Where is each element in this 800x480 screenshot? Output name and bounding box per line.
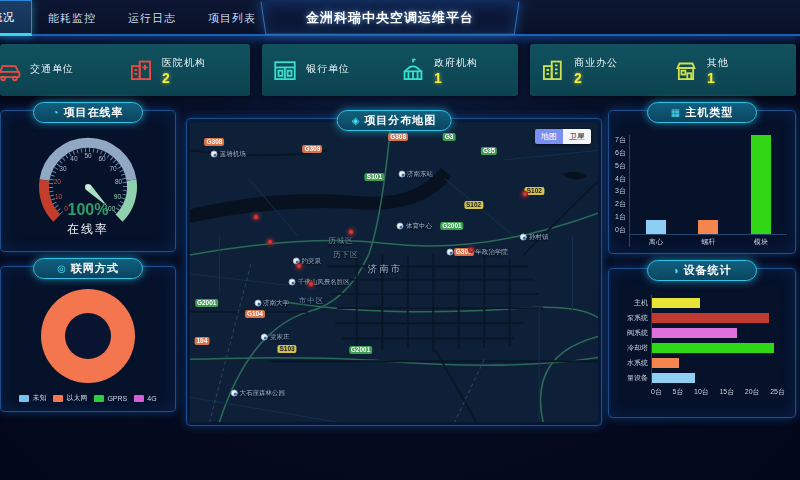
yaxis-tick-label: 3台: [615, 186, 626, 196]
nav-tab-overview[interactable]: 概况: [0, 0, 32, 36]
nav-tab-runlog[interactable]: 运行日志: [112, 0, 192, 36]
bar-track: [651, 355, 785, 370]
bar-泵系统[interactable]: [652, 313, 769, 323]
device-category-label: 泵系统: [615, 313, 651, 323]
app-title-box: 金洲科瑞中央空调运维平台: [261, 2, 520, 35]
xaxis-category-label: 模块: [735, 235, 787, 247]
bar-area: [630, 135, 682, 235]
map-poi[interactable]: 大石崖森林公园: [230, 388, 285, 397]
stat-other: 其他 1: [663, 44, 796, 96]
host-type-yaxis: 7台6台5台4台3台2台1台0台: [615, 135, 629, 247]
gauge-tick-label: 30: [59, 165, 67, 172]
bar-column: 模块: [735, 135, 787, 247]
bar-track: [651, 340, 785, 355]
network-donut-chart[interactable]: [41, 289, 135, 383]
map-poi[interactable]: 遥墙机场: [211, 150, 246, 159]
stat-value: 1: [707, 72, 729, 84]
device-row: 量设备: [615, 370, 785, 385]
district-label: 市中区: [299, 296, 325, 306]
gauge-icon: ◔: [52, 107, 59, 118]
bar-column: 螺杆: [682, 135, 734, 247]
project-marker[interactable]: [522, 191, 528, 197]
poi-label: 趵突泉: [301, 256, 321, 265]
stat-card-transport-hospital: 交通单位 医院机构 2: [0, 44, 250, 96]
poi-label: 千佛山风景名胜区: [298, 277, 350, 286]
stat-label: 医院机构: [162, 56, 206, 70]
poi-icon: [211, 151, 218, 158]
online-rate-value: 100%: [68, 201, 109, 218]
gauge-tick-label: 70: [109, 165, 117, 172]
project-marker[interactable]: [253, 214, 259, 220]
poi-icon: [261, 333, 268, 340]
legend-item[interactable]: 4G: [134, 393, 156, 403]
project-marker[interactable]: [348, 229, 354, 235]
nav-tab-energy[interactable]: 能耗监控: [32, 0, 112, 36]
bar-水系统[interactable]: [652, 358, 679, 368]
legend-item[interactable]: GPRS: [94, 393, 127, 403]
bar-冷却塔[interactable]: [652, 343, 774, 353]
legend-label: 4G: [147, 395, 156, 402]
district-label: 历下区: [333, 250, 359, 260]
map-poi[interactable]: 济南东站: [398, 170, 433, 179]
poi-label: 济南东站: [407, 170, 433, 179]
map-view-button[interactable]: 地图: [535, 129, 563, 144]
legend-item[interactable]: 未知: [19, 393, 46, 403]
bar-area: [735, 135, 787, 235]
map-poi[interactable]: 孙村镇: [520, 232, 549, 241]
legend-label: 以太网: [66, 393, 87, 403]
panel-title: 主机类型: [685, 106, 733, 118]
device-row: 主机: [615, 295, 785, 310]
device-row: 水系统: [615, 355, 785, 370]
top-navbar: 概况 能耗监控 运行日志 项目列表 视频监控 金洲科瑞中央空调运维平台: [0, 0, 800, 36]
legend-label: GPRS: [107, 395, 127, 402]
satellite-view-button[interactable]: 卫星: [563, 129, 591, 144]
bar-量设备[interactable]: [652, 373, 695, 383]
project-marker[interactable]: [468, 247, 474, 253]
bar-螺杆[interactable]: [698, 220, 718, 234]
device-category-label: 量设备: [615, 373, 651, 383]
legend-item[interactable]: 以太网: [53, 393, 87, 403]
panel-network-header: ◎联网方式: [33, 258, 143, 279]
road-shield: S103: [278, 345, 297, 353]
device-category-label: 冷却塔: [615, 343, 651, 353]
poi-icon: [398, 171, 405, 178]
map-poi[interactable]: 体育中心: [397, 221, 432, 230]
map-icon: ◈: [352, 115, 361, 126]
nav-tab-projects[interactable]: 项目列表: [192, 0, 272, 36]
project-marker[interactable]: [267, 239, 273, 245]
project-marker[interactable]: [308, 281, 314, 287]
yaxis-tick-label: 6台: [615, 148, 626, 158]
stat-label: 政府机构: [434, 56, 478, 70]
xaxis-category-label: 螺杆: [682, 235, 734, 247]
app-title: 金洲科瑞中央空调运维平台: [306, 9, 474, 27]
panel-title: 设备统计: [684, 264, 732, 276]
stat-office: 商业办公 2: [530, 44, 663, 96]
panel-project-map: ◈项目分布地图: [186, 118, 602, 426]
bar-track: [651, 310, 785, 325]
bar-column: 离心: [630, 135, 682, 247]
map-poi[interactable]: 济南大学: [254, 299, 289, 308]
project-marker[interactable]: [296, 263, 302, 269]
bar-track: [651, 325, 785, 340]
yaxis-tick-label: 5台: [615, 161, 626, 171]
panel-device-stats-header: ◑设备统计: [647, 260, 757, 281]
bar-主机[interactable]: [652, 298, 700, 308]
gauge-tick-label: 90: [114, 193, 122, 200]
poi-icon: [230, 389, 237, 396]
gauge-tick-label: 20: [54, 178, 62, 185]
device-stats-chart: 主机泵系统阀系统冷却塔水系统量设备0台5台10台15台20台25台: [615, 295, 785, 411]
panel-host-type-header: ▦主机类型: [647, 102, 757, 123]
stat-hospital: 医院机构 2: [118, 44, 250, 96]
panel-map-header: ◈项目分布地图: [337, 110, 452, 131]
online-rate-gauge: 0102030405060708090100 100% 在线率: [1, 125, 175, 251]
xaxis-tick-label: 5台: [673, 387, 684, 397]
map-poi[interactable]: 党家庄: [261, 332, 290, 341]
bank-icon: [272, 57, 298, 83]
map-poi[interactable]: 千佛山风景名胜区: [289, 277, 350, 286]
bar-模块[interactable]: [751, 135, 771, 234]
bar-阀系统[interactable]: [652, 328, 737, 338]
bar-离心[interactable]: [646, 220, 666, 234]
legend-swatch: [53, 395, 63, 402]
map-canvas[interactable]: G308G309G308G3G35S101S102S102G2001G309G2…: [190, 122, 598, 422]
road-shield: G2001: [440, 222, 464, 230]
